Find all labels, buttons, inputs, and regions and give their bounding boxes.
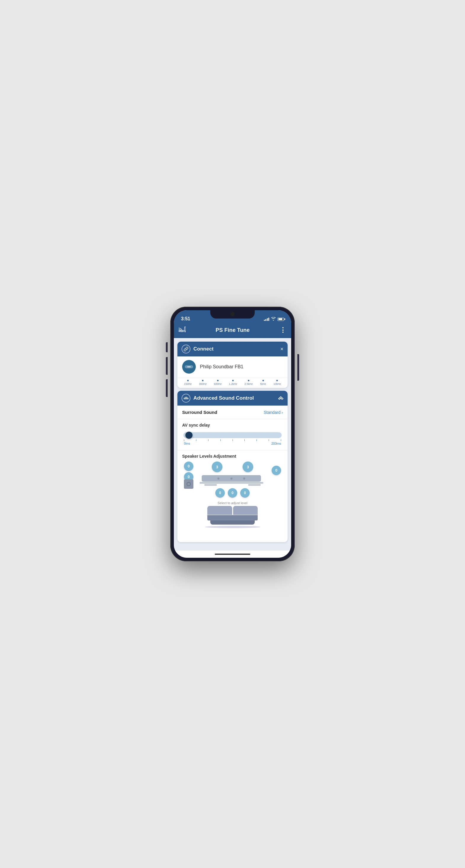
svg-rect-2 [184, 327, 186, 331]
home-bar[interactable] [215, 554, 250, 555]
speaker-circle-mid-left[interactable]: 0 [215, 488, 225, 498]
svg-rect-9 [188, 398, 188, 399]
connect-icon [181, 345, 191, 353]
slider-max-label: 200ms [271, 442, 281, 445]
eq-freq-5000: 5kHz [260, 380, 266, 385]
speaker-box [184, 479, 194, 489]
speaker-levels-label: Speaker Levels Adjustment [182, 454, 283, 459]
av-sync-slider-thumb[interactable] [185, 432, 193, 439]
connect-card: Connect × Philip Soundbar FB1 [177, 342, 288, 388]
eq-freq-1200: 1.2kHz [229, 380, 237, 385]
more-options-icon[interactable]: ⋮ [280, 327, 286, 333]
wifi-icon [271, 317, 276, 321]
phone-frame: 3:51 [170, 307, 295, 561]
slider-min-label: 0ms [184, 442, 190, 445]
cast-icon[interactable] [179, 326, 186, 334]
surround-sound-row[interactable]: Surround Sound Standard › [177, 406, 288, 419]
speaker-circle-top-center-right[interactable]: 3 [242, 462, 253, 472]
svg-rect-7 [186, 397, 186, 399]
speaker-circle-far-left[interactable]: 0 [184, 462, 194, 471]
eq-freq-2500: 2.5kHz [245, 380, 253, 385]
status-icons [264, 317, 284, 321]
svg-rect-1 [179, 331, 181, 331]
av-sync-label: AV sync delay [182, 423, 283, 428]
speaker-diagram: 0 0 3 [182, 462, 283, 538]
connect-card-body: Philip Soundbar FB1 150Hz 300Hz [177, 356, 288, 388]
speaker-circle-far-right[interactable]: 0 [271, 466, 281, 475]
sofa-visual [207, 506, 258, 528]
asc-title: Advanced Sound Control [194, 395, 254, 401]
connect-card-header: Connect × [177, 342, 288, 356]
silent-switch[interactable] [166, 379, 168, 397]
phone-notch [210, 310, 255, 318]
surround-sound-value: Standard [264, 410, 281, 415]
soundbar-shelf [200, 482, 263, 484]
select-hint: Select to adjust level [218, 501, 248, 505]
device-icon [182, 360, 196, 374]
device-name: Philip Soundbar FB1 [200, 364, 243, 369]
app-title: PS Fine Tune [215, 327, 250, 333]
connect-card-title: Connect [194, 346, 213, 352]
eq-freq-150: 150Hz [184, 380, 192, 385]
volume-up-button[interactable] [166, 342, 168, 352]
eq-frequencies-row: 150Hz 300Hz 600Hz 1.2kHz [177, 377, 288, 388]
av-sync-section: AV sync delay [177, 419, 288, 450]
av-sync-slider-track [183, 432, 282, 438]
eq-freq-600: 600Hz [214, 380, 222, 385]
battery-icon [278, 318, 284, 321]
slider-labels: 0ms 200ms [183, 441, 282, 445]
speaker-circle-top-center-left[interactable]: 3 [212, 462, 223, 472]
signal-icon [264, 318, 269, 321]
slider-ticks [183, 438, 282, 441]
main-content: Connect × Philip Soundbar FB1 [174, 338, 291, 551]
advanced-sound-card: Advanced Sound Control Surround Sound St… [177, 391, 288, 542]
power-button[interactable] [297, 354, 299, 381]
eq-freq-300: 300Hz [199, 380, 207, 385]
status-time: 3:51 [181, 316, 190, 321]
soundbar-body [202, 475, 261, 482]
av-sync-slider-container: 0ms 200ms [183, 432, 282, 445]
volume-down-button[interactable] [166, 357, 168, 375]
collapse-button[interactable] [278, 396, 284, 401]
svg-rect-5 [184, 398, 184, 399]
sound-control-icon [181, 394, 191, 403]
eq-freq-10000: 10kHz [273, 380, 281, 385]
connect-close-button[interactable]: × [280, 346, 284, 352]
svg-rect-6 [185, 397, 185, 399]
speaker-circle-mid-right[interactable]: 0 [240, 488, 250, 498]
surround-chevron-icon: › [281, 410, 283, 415]
phone-screen: 3:51 [174, 310, 291, 558]
surround-sound-label: Surround Sound [182, 410, 217, 415]
device-item[interactable]: Philip Soundbar FB1 [177, 356, 288, 377]
asc-card-header: Advanced Sound Control [177, 391, 288, 406]
speaker-levels-section: Speaker Levels Adjustment 0 0 [177, 450, 288, 542]
speaker-circle-mid-center[interactable]: 0 [228, 488, 237, 498]
home-indicator [174, 551, 291, 558]
svg-rect-8 [187, 397, 187, 399]
app-header: PS Fine Tune ⋮ [174, 323, 291, 338]
